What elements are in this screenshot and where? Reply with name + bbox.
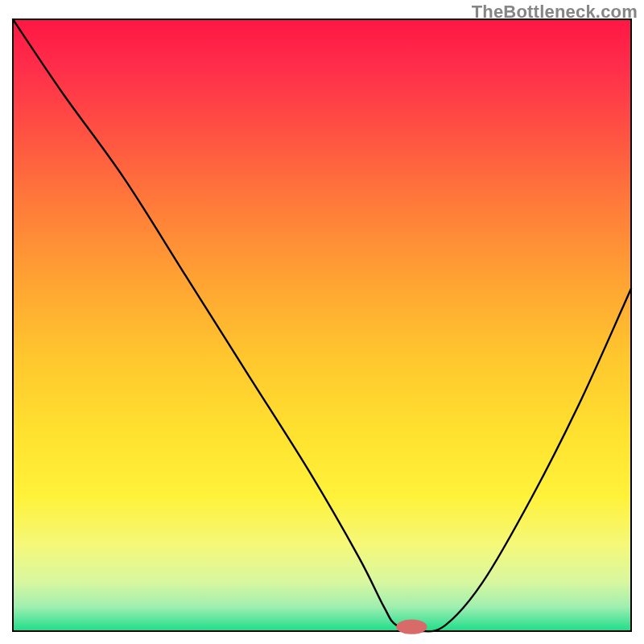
- watermark-text: TheBottleneck.com: [472, 2, 638, 23]
- bottleneck-chart: [0, 0, 644, 644]
- chart-background: [13, 19, 631, 631]
- chart-frame: TheBottleneck.com: [0, 0, 644, 644]
- optimal-marker: [396, 620, 427, 634]
